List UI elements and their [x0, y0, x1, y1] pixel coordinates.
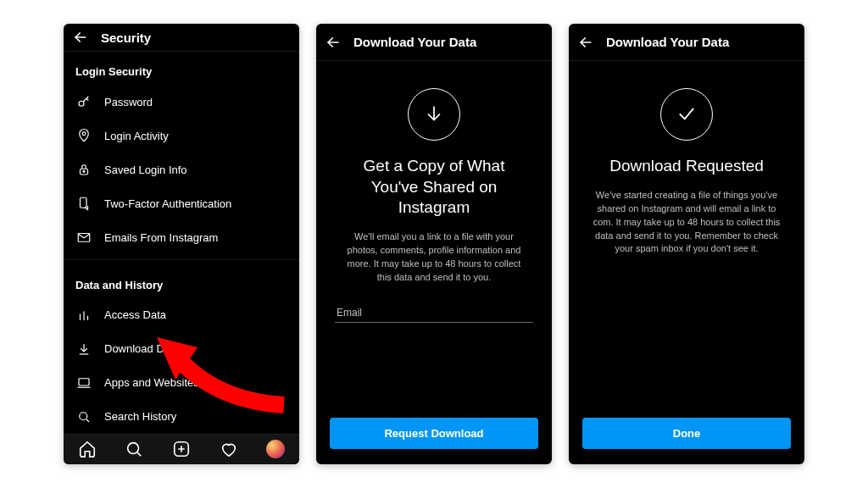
divider — [64, 259, 299, 260]
heading: Get a Copy of What You've Shared on Inst… — [335, 156, 533, 219]
body-text: We'll email you a link to a file with yo… — [335, 230, 533, 285]
menu-item-label: Search History — [104, 410, 176, 423]
screen-security: Security Login Security Password Login A… — [64, 24, 299, 464]
menu-item-search-history[interactable]: Search History — [64, 400, 299, 434]
svg-rect-4 — [81, 197, 87, 208]
section-header-login-security: Login Security — [64, 52, 299, 85]
menu-item-two-factor-auth[interactable]: Two-Factor Authentication — [64, 186, 299, 220]
menu-item-label: Login Activity — [104, 130, 169, 142]
svg-point-0 — [79, 101, 84, 106]
section-header-data-history: Data and History — [64, 265, 299, 298]
new-post-icon[interactable] — [172, 440, 191, 458]
body-text: We've started creating a file of things … — [587, 189, 786, 257]
svg-point-3 — [83, 170, 85, 172]
svg-point-8 — [128, 443, 139, 454]
back-icon[interactable] — [325, 34, 342, 51]
screen-download-data: Download Your Data Get a Copy of What Yo… — [316, 24, 552, 464]
shield-phone-icon — [75, 195, 92, 212]
menu-item-saved-login-info[interactable]: Saved Login Info — [64, 152, 299, 186]
menu-item-password[interactable]: Password — [64, 85, 299, 119]
menu-item-login-activity[interactable]: Login Activity — [64, 119, 299, 152]
avatar — [266, 440, 285, 458]
download-icon — [75, 341, 92, 358]
svg-rect-6 — [79, 379, 89, 385]
checkmark-circle-icon — [660, 88, 713, 141]
topbar: Security — [64, 24, 299, 52]
page-title: Download Your Data — [353, 35, 476, 49]
menu-item-label: Two-Factor Authentication — [104, 197, 231, 210]
menu-item-emails-from-instagram[interactable]: Emails From Instagram — [64, 220, 299, 254]
topbar: Download Your Data — [569, 24, 804, 61]
topbar: Download Your Data — [316, 24, 552, 61]
svg-point-7 — [80, 413, 87, 420]
svg-point-1 — [82, 132, 86, 136]
menu-item-label: Saved Login Info — [104, 164, 187, 176]
bottom-area: Request Download — [316, 404, 552, 464]
key-icon — [75, 93, 92, 110]
download-circle-icon — [408, 88, 460, 141]
lock-icon — [75, 161, 92, 178]
menu-item-apps-websites[interactable]: Apps and Websites — [64, 366, 299, 400]
screen-download-requested: Download Your Data Download Requested We… — [569, 24, 804, 464]
menu-item-label: Apps and Websites — [104, 376, 199, 389]
profile-avatar[interactable] — [266, 440, 285, 458]
content-area: Download Requested We've started creatin… — [569, 61, 804, 404]
request-download-button[interactable]: Request Download — [330, 418, 538, 449]
bars-icon — [75, 307, 92, 324]
laptop-icon — [75, 374, 92, 391]
pin-icon — [75, 127, 92, 144]
search-icon — [75, 408, 92, 425]
back-icon[interactable] — [577, 34, 594, 51]
page-title: Download Your Data — [606, 35, 729, 49]
activity-icon[interactable] — [220, 440, 238, 458]
done-button[interactable]: Done — [582, 418, 791, 449]
envelope-icon — [75, 229, 92, 246]
content-area: Get a Copy of What You've Shared on Inst… — [316, 61, 552, 404]
heading: Download Requested — [606, 156, 767, 177]
menu-item-label: Download Data — [104, 342, 180, 355]
bottom-nav — [64, 434, 299, 464]
search-nav-icon[interactable] — [125, 440, 143, 458]
page-title: Security — [101, 30, 151, 45]
bottom-area: Done — [569, 404, 804, 464]
menu-item-label: Emails From Instagram — [104, 231, 218, 244]
menu-item-access-data[interactable]: Access Data — [64, 298, 299, 332]
back-icon[interactable] — [72, 29, 89, 46]
home-icon[interactable] — [78, 440, 97, 458]
menu-item-label: Password — [104, 96, 153, 108]
menu-item-label: Access Data — [104, 308, 166, 321]
menu-item-download-data[interactable]: Download Data — [64, 332, 299, 366]
email-field[interactable] — [335, 300, 533, 323]
